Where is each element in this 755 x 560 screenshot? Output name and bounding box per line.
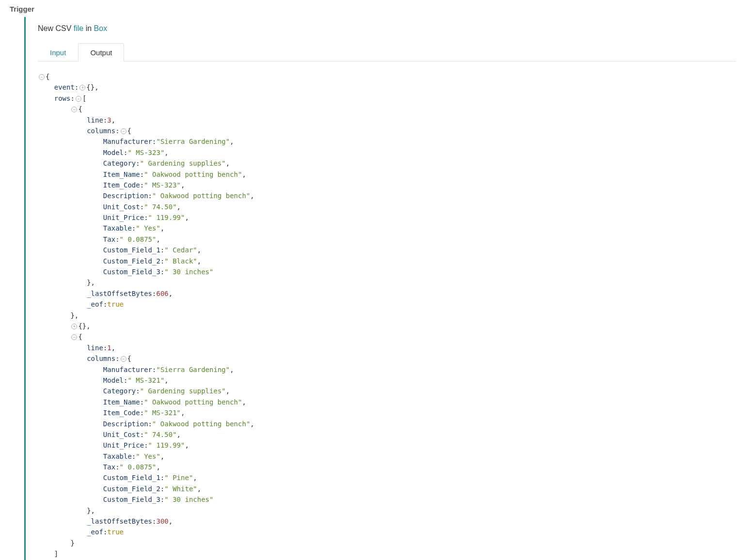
json-string: " MS-323": [144, 181, 181, 189]
json-string: " Gardening supplies": [140, 387, 226, 395]
json-key: Unit_Price: [103, 441, 144, 449]
json-key: event: [54, 83, 75, 91]
json-string: " 30 inches": [164, 268, 213, 276]
json-string: " MS-321": [127, 376, 164, 384]
section-label: Trigger: [10, 5, 745, 13]
expand-icon[interactable]: +: [79, 85, 85, 91]
json-string: "Sierra Gardening": [156, 366, 230, 373]
json-key: Manufacturer: [103, 138, 152, 145]
json-key: Custom_Field_2: [103, 257, 160, 265]
tab-output[interactable]: Output: [78, 43, 124, 62]
json-bool: true: [107, 300, 124, 308]
json-key: Description: [103, 192, 148, 200]
json-key: Unit_Price: [103, 214, 144, 221]
json-key: _lastOffsetBytes: [87, 290, 152, 297]
json-key: Item_Code: [103, 181, 140, 189]
json-number: 1: [107, 344, 111, 352]
tab-input[interactable]: Input: [38, 43, 78, 62]
json-key: Taxable: [103, 452, 132, 460]
json-key: Unit_Cost: [103, 431, 140, 438]
json-number: 300: [156, 517, 168, 525]
json-key: Model: [103, 149, 124, 156]
expand-icon[interactable]: +: [71, 324, 77, 329]
box-link[interactable]: Box: [94, 24, 108, 32]
json-key: Custom_Field_3: [103, 496, 160, 503]
json-string: " MS-323": [127, 149, 164, 156]
json-number: 3: [107, 116, 111, 124]
json-key: line: [87, 116, 103, 124]
json-string: " Black": [164, 257, 197, 265]
json-string: "Sierra Gardening": [156, 138, 230, 145]
json-bool: true: [107, 528, 124, 536]
json-number: 606: [156, 290, 168, 297]
json-string: " Cedar": [164, 246, 197, 254]
json-key: Custom_Field_1: [103, 474, 160, 482]
json-string: " Yes": [136, 452, 160, 460]
json-string: " 119.99": [148, 441, 185, 449]
json-key: Taxable: [103, 224, 132, 232]
json-key: Custom_Field_1: [103, 246, 160, 254]
json-string: " White": [164, 485, 197, 493]
json-string: " 30 inches": [164, 496, 213, 503]
json-key: Manufacturer: [103, 366, 152, 373]
json-string: " Oakwood potting bench": [152, 420, 250, 428]
json-key: columns: [87, 127, 115, 135]
json-output: −{ event:+{}, rows:−[ −{ line:3, columns…: [38, 71, 736, 560]
file-link[interactable]: file: [74, 24, 83, 32]
json-string: " 74.50": [144, 431, 176, 438]
title-mid: in: [83, 24, 94, 32]
json-key: columns: [87, 355, 115, 362]
json-key: Item_Name: [103, 398, 140, 406]
json-key: Unit_Cost: [103, 203, 140, 211]
json-key: Model: [103, 376, 124, 384]
json-string: " Oakwood potting bench": [152, 192, 250, 200]
json-string: " Pine": [164, 474, 193, 482]
json-key: Custom_Field_3: [103, 268, 160, 276]
collapse-icon[interactable]: −: [121, 128, 126, 134]
json-key: _lastOffsetBytes: [87, 517, 152, 525]
json-key: _eof: [87, 300, 103, 308]
collapse-icon[interactable]: −: [71, 107, 77, 112]
collapse-icon[interactable]: −: [71, 334, 77, 340]
json-string: " Gardening supplies": [140, 159, 226, 167]
json-string: " Oakwood potting bench": [144, 398, 242, 406]
json-string: " 119.99": [148, 214, 185, 221]
json-key: Tax: [103, 463, 115, 471]
json-key: Tax: [103, 235, 115, 243]
json-string: " MS-321": [144, 409, 181, 417]
json-key: Item_Name: [103, 171, 140, 178]
json-string: " Yes": [136, 224, 160, 232]
collapse-icon[interactable]: −: [39, 74, 45, 80]
collapse-icon[interactable]: −: [76, 96, 81, 102]
tabs: Input Output: [38, 43, 736, 62]
title-line: New CSV file in Box: [38, 24, 736, 33]
json-string: " 0.0875": [120, 235, 157, 243]
json-key: _eof: [87, 528, 103, 536]
json-string: " Oakwood potting bench": [144, 171, 242, 178]
json-key: Category: [103, 387, 136, 395]
trigger-panel: New CSV file in Box Input Output −{ even…: [24, 17, 745, 560]
collapse-icon[interactable]: −: [121, 356, 126, 362]
json-key: Item_Code: [103, 409, 140, 417]
json-string: " 0.0875": [120, 463, 157, 471]
json-key: rows: [54, 94, 71, 102]
json-key: Description: [103, 420, 148, 428]
title-prefix: New CSV: [38, 24, 74, 32]
json-key: line: [87, 344, 103, 352]
json-key: Category: [103, 159, 136, 167]
json-string: " 74.50": [144, 203, 176, 211]
json-key: Custom_Field_2: [103, 485, 160, 493]
